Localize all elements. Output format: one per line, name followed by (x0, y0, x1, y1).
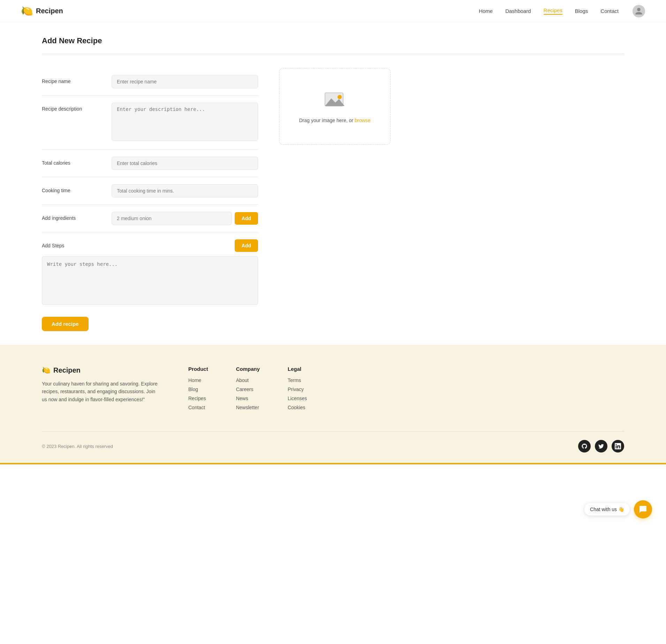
footer-link-privacy[interactable]: Privacy (288, 387, 307, 392)
browse-link[interactable]: browse (355, 118, 370, 123)
footer-brand: 🍋 Recipen Your culinary haven for sharin… (42, 366, 160, 414)
footer-socials (578, 440, 624, 452)
cooking-time-input[interactable] (112, 184, 258, 197)
nav-logo[interactable]: 🍋 Recipen (21, 5, 63, 17)
ingredient-input-row: Add (112, 212, 258, 225)
footer-link-blog[interactable]: Blog (188, 387, 208, 392)
footer-logo-icon: 🍋 (42, 366, 51, 374)
nav-brand-name: Recipen (36, 7, 63, 15)
user-avatar[interactable] (633, 5, 645, 17)
add-step-button[interactable]: Add (235, 239, 258, 252)
nav-recipes[interactable]: Recipes (544, 7, 562, 15)
image-upload-icon (324, 90, 346, 112)
steps-header: Add Steps Add (42, 232, 258, 256)
footer-link-licenses[interactable]: Licenses (288, 396, 307, 401)
form-left: Recipe name Recipe description Total cal… (42, 68, 258, 331)
svg-point-2 (338, 95, 342, 99)
ingredients-field: Add (112, 212, 258, 225)
cooking-time-field (112, 184, 258, 197)
main-content: Add New Recipe Recipe name Recipe descri… (0, 22, 666, 345)
footer-col-company: Company About Careers News Newsletter (236, 366, 260, 414)
recipe-name-label: Recipe name (42, 75, 112, 84)
submit-recipe-button[interactable]: Add recipe (42, 317, 89, 331)
footer-col-company-heading: Company (236, 366, 260, 372)
nav-links: Home Dashboard Recipes Blogs Contact (479, 7, 619, 15)
recipe-name-input[interactable] (112, 75, 258, 88)
cooking-time-label: Cooking time (42, 184, 112, 193)
footer-link-contact[interactable]: Contact (188, 405, 208, 410)
footer-copyright: © 2023 Recipen. All rights reserved (42, 444, 113, 449)
cooking-time-row: Cooking time (42, 177, 258, 205)
nav-contact[interactable]: Contact (600, 8, 619, 14)
ingredient-input[interactable] (112, 212, 232, 225)
footer-link-news[interactable]: News (236, 396, 260, 401)
twitter-icon[interactable] (595, 440, 607, 452)
image-upload-text: Drag your image here, or browse (299, 118, 371, 123)
footer-link-terms[interactable]: Terms (288, 377, 307, 383)
recipe-name-field (112, 75, 258, 88)
footer-link-newsletter[interactable]: Newsletter (236, 405, 260, 410)
calories-field (112, 157, 258, 170)
footer-top: 🍋 Recipen Your culinary haven for sharin… (42, 366, 624, 414)
footer-col-legal-heading: Legal (288, 366, 307, 372)
footer-link-careers[interactable]: Careers (236, 387, 260, 392)
footer-bottom: © 2023 Recipen. All rights reserved (42, 431, 624, 452)
recipe-description-input[interactable] (112, 103, 258, 141)
footer-tagline: Your culinary haven for sharing and savo… (42, 380, 160, 403)
footer-links: Product Home Blog Recipes Contact Compan… (188, 366, 307, 414)
nav-blogs[interactable]: Blogs (575, 8, 588, 14)
footer-link-about[interactable]: About (236, 377, 260, 383)
calories-row: Total calories (42, 150, 258, 177)
footer-col-legal: Legal Terms Privacy Licenses Cookies (288, 366, 307, 414)
footer-col-product-heading: Product (188, 366, 208, 372)
footer-link-cookies[interactable]: Cookies (288, 405, 307, 410)
steps-label: Add Steps (42, 243, 65, 248)
github-icon[interactable] (578, 440, 591, 452)
nav-logo-icon: 🍋 (21, 5, 33, 17)
navbar: 🍋 Recipen Home Dashboard Recipes Blogs C… (0, 0, 666, 22)
recipe-description-label: Recipe description (42, 103, 112, 112)
nav-dashboard[interactable]: Dashboard (505, 8, 531, 14)
ingredients-label: Add ingredients (42, 212, 112, 221)
recipe-description-field (112, 103, 258, 142)
page-title: Add New Recipe (42, 36, 624, 45)
form-right: Drag your image here, or browse (279, 68, 391, 145)
footer-col-product: Product Home Blog Recipes Contact (188, 366, 208, 414)
steps-textarea[interactable] (42, 256, 258, 305)
footer-logo: 🍋 Recipen (42, 366, 160, 374)
recipe-description-row: Recipe description (42, 96, 258, 150)
bottom-accent (0, 463, 666, 464)
linkedin-icon[interactable] (612, 440, 624, 452)
title-divider (42, 54, 624, 54)
footer: 🍋 Recipen Your culinary haven for sharin… (0, 345, 666, 463)
footer-brand-name: Recipen (53, 366, 81, 374)
add-ingredient-button[interactable]: Add (235, 212, 258, 225)
image-upload-box[interactable]: Drag your image here, or browse (279, 68, 391, 145)
calories-input[interactable] (112, 157, 258, 170)
form-layout: Recipe name Recipe description Total cal… (42, 68, 624, 331)
recipe-name-row: Recipe name (42, 68, 258, 96)
ingredients-row: Add ingredients Add (42, 205, 258, 232)
footer-link-recipes[interactable]: Recipes (188, 396, 208, 401)
nav-home[interactable]: Home (479, 8, 493, 14)
footer-link-home[interactable]: Home (188, 377, 208, 383)
calories-label: Total calories (42, 157, 112, 166)
